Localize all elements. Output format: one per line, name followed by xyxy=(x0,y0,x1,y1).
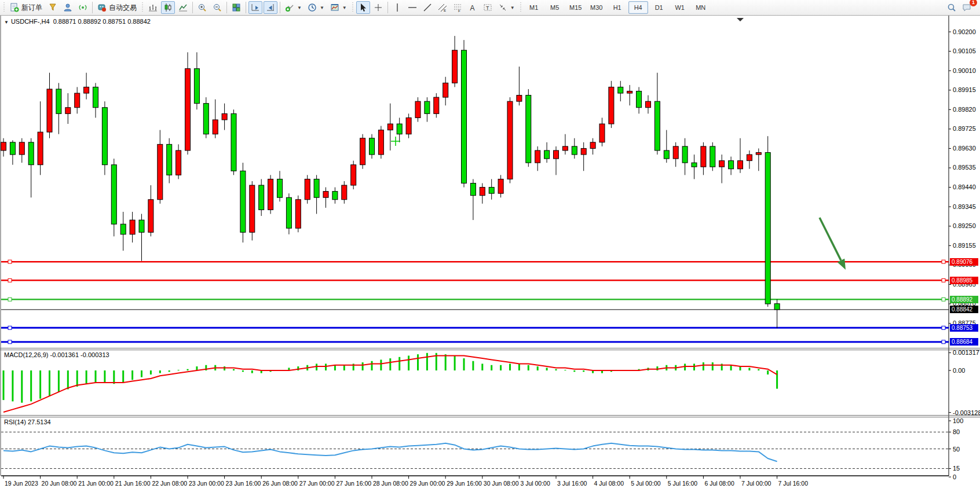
zoom-in-button[interactable] xyxy=(195,1,209,14)
rsi-axis-label: 100 xyxy=(953,417,963,424)
chat-badge: 1 xyxy=(970,0,977,6)
time-axis-label: 4 Jul 08:00 xyxy=(594,480,624,487)
time-axis-label: 27 Jun 00:00 xyxy=(299,480,335,487)
equidistant-channel-button[interactable]: E xyxy=(436,1,449,14)
time-axis-label: 26 Jun 08:00 xyxy=(262,480,298,487)
timeframe-button-d1[interactable]: D1 xyxy=(649,1,669,14)
time-axis-label: 23 Jun 00:00 xyxy=(189,480,224,487)
text-icon: A xyxy=(468,3,477,12)
crosshair-button[interactable] xyxy=(371,1,385,14)
price-axis-label: 0.90200 xyxy=(953,28,976,35)
time-axis-label: 7 Jul 00:00 xyxy=(741,480,771,487)
text-button[interactable]: A xyxy=(466,1,480,14)
arrows-button[interactable]: ▼ xyxy=(496,1,517,14)
templates-button[interactable]: ▼ xyxy=(328,1,349,14)
main-toolbar: 新订单 自动交易 ▼ ▼ xyxy=(0,0,980,16)
price-tag: 0.88892 xyxy=(950,296,978,303)
toolbar-grip[interactable] xyxy=(141,2,144,13)
macd-axis-label: 0.001317 xyxy=(953,349,979,356)
fibonacci-button[interactable]: F xyxy=(451,1,465,14)
zoom-out-button[interactable] xyxy=(210,1,224,14)
profile-button[interactable] xyxy=(61,1,75,14)
trendline-button[interactable] xyxy=(420,1,434,14)
new-order-button[interactable]: 新订单 xyxy=(8,1,45,14)
cursor-icon xyxy=(359,3,368,12)
horizontal-line-button[interactable] xyxy=(405,1,419,14)
tile-windows-button[interactable] xyxy=(229,1,243,14)
chart-canvas[interactable] xyxy=(0,16,980,492)
price-axis-label: 0.90105 xyxy=(953,47,976,54)
chart-ohlc-values: 0.88871 0.88892 0.88751 0.88842 xyxy=(53,18,151,25)
indicators-button[interactable]: ▼ xyxy=(283,1,304,14)
timeframe-button-m1[interactable]: M1 xyxy=(524,1,544,14)
auto-trading-button[interactable]: 自动交易 xyxy=(95,1,139,14)
chart-title: ▼USDCHF-,H4 0.88871 0.88892 0.88751 0.88… xyxy=(4,18,151,25)
periods-button[interactable]: ▼ xyxy=(305,1,327,14)
clock-icon xyxy=(308,3,317,12)
vertical-line-button[interactable] xyxy=(390,1,404,14)
bar-chart-icon xyxy=(148,3,158,12)
time-axis-label: 3 Jul 00:00 xyxy=(520,480,550,487)
timeframe-button-h1[interactable]: H1 xyxy=(608,1,627,14)
price-tag: 0.88842 xyxy=(950,306,978,313)
time-axis-label: 21 Jun 16:00 xyxy=(115,480,151,487)
timeframe-button-m30[interactable]: M30 xyxy=(587,1,606,14)
line-chart-button[interactable] xyxy=(176,1,190,14)
chart-shift-icon xyxy=(266,3,275,12)
cursor-button[interactable] xyxy=(356,1,370,14)
timeframe-button-mn[interactable]: MN xyxy=(691,1,711,14)
timeframe-button-h4[interactable]: H4 xyxy=(628,1,648,14)
price-axis-label: 0.89915 xyxy=(953,86,976,93)
funnel-button[interactable] xyxy=(46,1,60,14)
text-label-button[interactable]: T xyxy=(481,1,495,14)
candlestick-chart-button[interactable] xyxy=(161,1,175,14)
price-axis-label: 0.89345 xyxy=(953,203,976,210)
toolbar-grip[interactable] xyxy=(520,2,522,13)
new-order-label: 新订单 xyxy=(21,3,42,13)
bar-chart-button[interactable] xyxy=(146,1,160,14)
time-axis-label: 6 Jul 08:00 xyxy=(704,480,734,487)
toolbar-grip[interactable] xyxy=(3,2,5,13)
time-axis-label: 29 Jun 16:00 xyxy=(447,480,482,487)
text-label-icon: T xyxy=(483,3,492,12)
line-chart-icon xyxy=(178,3,188,12)
macd-axis-label: 0.00 xyxy=(953,367,965,374)
chart-dropdown-icon[interactable]: ▼ xyxy=(4,20,9,25)
time-axis-label: 28 Jun 08:00 xyxy=(373,480,408,487)
tile-windows-icon xyxy=(232,3,241,12)
price-axis-label: 0.89250 xyxy=(953,222,976,229)
time-axis-label: 20 Jun 08:00 xyxy=(42,480,77,487)
chart-shift-button[interactable] xyxy=(264,1,277,14)
timeframe-button-m5[interactable]: M5 xyxy=(545,1,565,14)
arrows-icon xyxy=(498,3,507,12)
svg-text:A: A xyxy=(470,4,474,12)
rsi-axis-label: 15 xyxy=(953,465,960,472)
auto-trading-icon xyxy=(97,3,107,12)
search-button[interactable] xyxy=(945,1,959,14)
price-axis-label: 0.89155 xyxy=(953,242,976,249)
price-axis-label: 0.89535 xyxy=(953,164,976,171)
chevron-down-icon: ▼ xyxy=(297,5,302,10)
vertical-line-icon xyxy=(393,3,402,12)
candlestick-chart-icon xyxy=(163,3,173,12)
timeframe-bar: M1M5M15M30H1H4D1W1MN xyxy=(524,1,711,14)
rsi-indicator-label: RSI(14) 27.5134 xyxy=(4,418,51,425)
timeframe-button-m15[interactable]: M15 xyxy=(566,1,586,14)
price-axis-label: 0.89440 xyxy=(953,183,976,190)
price-axis-label: 0.89630 xyxy=(953,145,976,152)
new-order-icon xyxy=(10,3,19,12)
toolbar-grip[interactable] xyxy=(352,2,354,13)
signals-button[interactable] xyxy=(76,1,90,14)
zoom-out-icon xyxy=(213,3,222,12)
fibonacci-icon: F xyxy=(453,3,462,12)
rsi-axis-label: 50 xyxy=(953,446,960,453)
chevron-down-icon: ▼ xyxy=(510,5,515,10)
auto-scroll-button[interactable] xyxy=(248,1,262,14)
chat-button[interactable]: 1 xyxy=(960,1,974,14)
trendline-icon xyxy=(423,3,432,12)
timeframe-button-w1[interactable]: W1 xyxy=(670,1,690,14)
indicators-icon xyxy=(285,3,294,12)
price-axis-label: 0.89725 xyxy=(953,125,976,132)
templates-icon xyxy=(330,3,339,12)
chart-symbol: USDCHF-,H4 xyxy=(11,18,50,25)
